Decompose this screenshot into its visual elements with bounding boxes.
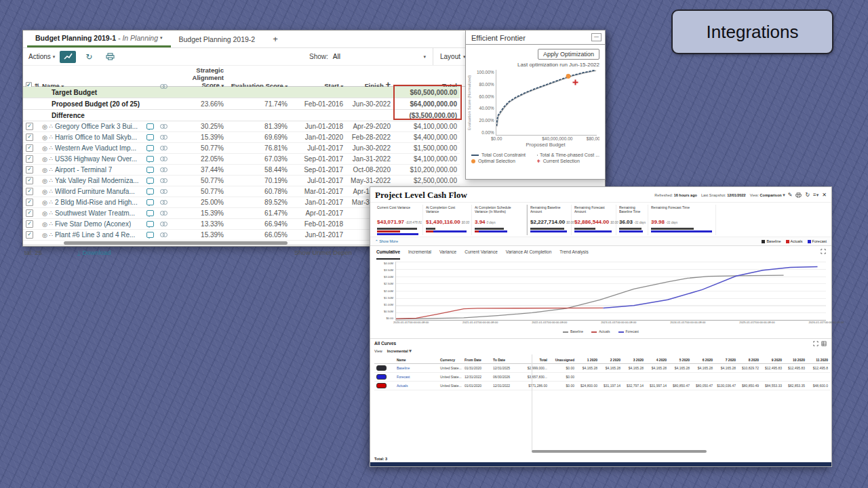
- row-checkbox[interactable]: ✓: [26, 134, 33, 141]
- link-icon[interactable]: [160, 200, 167, 205]
- tab-current-variance[interactable]: Current Variance: [465, 249, 498, 260]
- tab-trend-analysis[interactable]: Trend Analysis: [559, 249, 588, 260]
- tab-incremental[interactable]: Incremental: [408, 249, 431, 260]
- comment-icon[interactable]: [146, 156, 154, 162]
- project-name[interactable]: Harris Office to Mall Skyb...: [55, 134, 137, 141]
- comment-icon[interactable]: [146, 199, 154, 205]
- hierarchy-icon[interactable]: ∴: [50, 188, 53, 195]
- layout-button[interactable]: Layout▾: [433, 48, 466, 65]
- comment-icon[interactable]: [146, 210, 154, 216]
- refresh-button[interactable]: ↻: [81, 51, 97, 63]
- chevron-down-icon[interactable]: ▾: [160, 35, 163, 41]
- show-unmet-dependencies[interactable]: Show Unmet Depen: [294, 249, 352, 256]
- optimal-selection-marker[interactable]: [566, 74, 570, 79]
- hierarchy-icon[interactable]: ∴: [50, 221, 53, 227]
- project-name[interactable]: Five Star Demo (Aconex): [55, 220, 131, 228]
- hierarchy-icon[interactable]: ∴: [50, 145, 53, 151]
- edit-icon[interactable]: ✎: [788, 192, 793, 198]
- grid-view-icon[interactable]: [821, 341, 827, 346]
- comment-icon[interactable]: [146, 145, 154, 151]
- add-tab-button[interactable]: +: [263, 30, 288, 47]
- target-icon[interactable]: ◎: [42, 134, 47, 141]
- hierarchy-icon[interactable]: ∴: [50, 156, 53, 162]
- row-checkbox[interactable]: ✓: [26, 220, 33, 228]
- target-icon[interactable]: ◎: [42, 123, 47, 130]
- hierarchy-icon[interactable]: ∴: [50, 167, 53, 173]
- target-icon[interactable]: ◎: [42, 167, 47, 174]
- print-button[interactable]: [102, 51, 118, 63]
- curve-name-link[interactable]: Forecast: [395, 373, 438, 382]
- row-checkbox[interactable]: ✓: [26, 144, 33, 152]
- target-icon[interactable]: ◎: [42, 156, 47, 163]
- target-icon[interactable]: ◎: [42, 188, 47, 195]
- show-filter[interactable]: Show: All ▾: [309, 53, 426, 60]
- download-link[interactable]: ↓Download: [77, 249, 111, 256]
- minimize-button[interactable]: —: [591, 33, 601, 41]
- row-checkbox[interactable]: ✓: [26, 177, 33, 184]
- view-selector[interactable]: View: Comparison ▾: [750, 192, 785, 198]
- refresh-icon[interactable]: ↻: [805, 192, 810, 198]
- view-dropdown[interactable]: View Incremental ▾: [374, 348, 827, 354]
- project-name[interactable]: Southwest Water Treatm...: [55, 209, 135, 217]
- current-selection-marker[interactable]: [572, 80, 578, 85]
- comment-icon[interactable]: [146, 178, 154, 184]
- tab-variance[interactable]: Variance: [439, 249, 456, 260]
- chart-view-button[interactable]: [60, 51, 76, 63]
- link-icon[interactable]: [160, 232, 167, 238]
- link-icon[interactable]: [160, 211, 167, 216]
- hierarchy-icon[interactable]: ∴: [50, 178, 53, 184]
- actions-menu[interactable]: Actions▾: [28, 53, 55, 60]
- link-icon[interactable]: [160, 157, 167, 162]
- curves-scrollbar-thumb[interactable]: [532, 450, 707, 453]
- apply-optimization-button[interactable]: Apply Optimization: [538, 49, 599, 60]
- fullscreen-icon[interactable]: [813, 341, 818, 346]
- printer-icon[interactable]: [795, 192, 802, 198]
- hierarchy-icon[interactable]: ∴: [50, 232, 53, 238]
- target-icon[interactable]: ◎: [42, 145, 47, 152]
- series-swatch[interactable]: [376, 365, 387, 371]
- fullscreen-icon[interactable]: [821, 249, 826, 254]
- link-icon[interactable]: [160, 189, 167, 195]
- comment-icon[interactable]: [146, 167, 154, 173]
- link-icon[interactable]: [160, 146, 167, 151]
- hierarchy-icon[interactable]: ∴: [50, 210, 53, 216]
- hierarchy-icon[interactable]: ∴: [50, 199, 53, 205]
- tab-cumulative[interactable]: Cumulative: [376, 249, 400, 260]
- curve-name-link[interactable]: Baseline: [395, 364, 438, 373]
- project-name[interactable]: 2 Bldg Mid-Rise and High...: [55, 199, 138, 206]
- project-name[interactable]: Plant #6 Line 3 and 4 Re...: [55, 231, 135, 239]
- target-icon[interactable]: ◎: [42, 232, 47, 239]
- row-checkbox[interactable]: ✓: [26, 123, 33, 130]
- show-more-link[interactable]: ⌃ Show More: [375, 239, 398, 243]
- tab-variance-at-completion[interactable]: Variance At Completion: [506, 249, 551, 260]
- link-icon[interactable]: [160, 167, 167, 173]
- project-name[interactable]: US36 Highway New Over...: [55, 155, 137, 163]
- comment-icon[interactable]: [146, 232, 154, 238]
- series-swatch[interactable]: [376, 383, 387, 388]
- tab-budget-planning-2019-2[interactable]: Budget Planning 2019-2: [171, 30, 264, 47]
- comment-icon[interactable]: [146, 134, 154, 140]
- comment-icon[interactable]: [146, 188, 154, 195]
- target-icon[interactable]: ◎: [42, 199, 47, 206]
- comment-icon[interactable]: [146, 123, 154, 129]
- comment-icon[interactable]: [146, 221, 154, 227]
- link-icon[interactable]: [160, 178, 167, 184]
- target-icon[interactable]: ◎: [42, 221, 47, 228]
- project-name[interactable]: Airport - Terminal 7: [55, 166, 112, 174]
- hierarchy-icon[interactable]: ∴: [50, 123, 53, 129]
- row-checkbox[interactable]: ✓: [26, 199, 33, 206]
- target-icon[interactable]: ◎: [42, 210, 47, 217]
- menu-icon[interactable]: ≡▾: [813, 192, 818, 198]
- series-swatch[interactable]: [376, 374, 387, 380]
- link-icon[interactable]: [160, 222, 167, 227]
- project-name[interactable]: Western Ave Viaduct Imp...: [55, 144, 136, 152]
- project-name[interactable]: Yak Valley Rail Moderniza...: [55, 177, 139, 184]
- project-name[interactable]: Gregory Office Park 3 Bui...: [55, 123, 138, 130]
- row-checkbox[interactable]: ✓: [26, 231, 33, 239]
- hierarchy-icon[interactable]: ∴: [50, 134, 53, 140]
- row-checkbox[interactable]: ✓: [26, 166, 33, 174]
- tab-budget-planning-2019-1[interactable]: Budget Planning 2019-1 - In Planning ▾: [27, 30, 171, 47]
- curve-name-link[interactable]: Actuals: [395, 382, 438, 390]
- close-icon[interactable]: ✕: [822, 192, 827, 198]
- row-checkbox[interactable]: ✓: [26, 209, 33, 217]
